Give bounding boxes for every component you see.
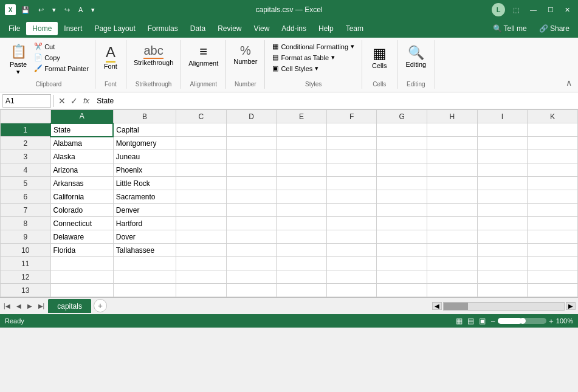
prev-sheet-button[interactable]: ◀ — [14, 301, 24, 311]
undo-dropdown[interactable]: ▾ — [49, 5, 59, 15]
fx-button[interactable]: fx — [81, 96, 92, 105]
menu-file[interactable]: File — [2, 22, 26, 35]
cell-E6[interactable] — [277, 190, 327, 204]
col-header-E[interactable]: E — [277, 110, 327, 123]
cell-C13[interactable] — [176, 284, 227, 297]
row-number-10[interactable]: 10 — [1, 244, 51, 257]
cell-E1[interactable] — [277, 123, 327, 137]
close-button[interactable]: ✕ — [562, 5, 573, 15]
font-color-button[interactable]: A — [75, 5, 86, 15]
formula-cancel-button[interactable]: ✕ — [57, 96, 67, 106]
cell-B1[interactable]: Capital — [113, 123, 176, 137]
share-button[interactable]: 🔗 Share — [533, 22, 576, 35]
cell-F7[interactable] — [326, 204, 377, 217]
col-header-K[interactable]: K — [528, 110, 578, 123]
row-number-11[interactable]: 11 — [1, 257, 51, 270]
undo-button[interactable]: ↩ — [35, 5, 47, 15]
cell-C11[interactable] — [176, 257, 227, 270]
row-number-6[interactable]: 6 — [1, 190, 51, 204]
scroll-right-button[interactable]: ▶ — [566, 302, 576, 310]
cell-I3[interactable] — [477, 150, 528, 163]
menu-help[interactable]: Help — [312, 22, 340, 35]
cell-K6[interactable] — [528, 190, 578, 204]
cell-E8[interactable] — [277, 217, 327, 230]
formula-confirm-button[interactable]: ✓ — [69, 96, 80, 106]
cell-D7[interactable] — [226, 204, 277, 217]
cell-K4[interactable] — [528, 163, 578, 177]
format-as-table-button[interactable]: ▤ Format as Table ▾ — [269, 52, 358, 63]
row-number-5[interactable]: 5 — [1, 177, 51, 190]
menu-view[interactable]: View — [248, 22, 276, 35]
first-sheet-button[interactable]: |◀ — [1, 301, 13, 311]
cell-A5[interactable]: Arkansas — [50, 177, 113, 190]
cell-F11[interactable] — [326, 257, 377, 270]
menu-data[interactable]: Data — [184, 22, 212, 35]
tell-me-button[interactable]: 🔍 Tell me — [487, 22, 533, 35]
cell-F10[interactable] — [326, 244, 377, 257]
page-break-view-button[interactable]: ▣ — [479, 317, 486, 325]
row-number-12[interactable]: 12 — [1, 270, 51, 284]
cell-H11[interactable] — [427, 257, 478, 270]
cell-C3[interactable] — [176, 150, 227, 163]
paste-button[interactable]: 📋 Paste ▾ — [6, 41, 30, 78]
sheet-tab-capitals[interactable]: capitals — [48, 299, 91, 313]
cell-K12[interactable] — [528, 270, 578, 284]
menu-page-layout[interactable]: Page Layout — [88, 22, 141, 35]
customize-qat[interactable]: ▾ — [88, 5, 98, 15]
col-header-A[interactable]: A — [50, 110, 113, 123]
cell-E3[interactable] — [277, 150, 327, 163]
cell-C6[interactable] — [176, 190, 227, 204]
cell-K10[interactable] — [528, 244, 578, 257]
zoom-slider[interactable] — [498, 318, 546, 324]
cell-styles-dropdown[interactable]: ▾ — [315, 64, 318, 72]
cell-F2[interactable] — [326, 137, 377, 150]
cell-D11[interactable] — [226, 257, 277, 270]
cell-K9[interactable] — [528, 230, 578, 244]
row-number-2[interactable]: 2 — [1, 137, 51, 150]
cells-button[interactable]: ▦ Cells — [366, 41, 393, 73]
cell-F9[interactable] — [326, 230, 377, 244]
cell-K13[interactable] — [528, 284, 578, 297]
row-number-4[interactable]: 4 — [1, 163, 51, 177]
cell-I2[interactable] — [477, 137, 528, 150]
cell-E12[interactable] — [277, 270, 327, 284]
cell-B2[interactable]: Montgomery — [113, 137, 176, 150]
cell-H7[interactable] — [427, 204, 478, 217]
cell-G3[interactable] — [377, 150, 427, 163]
cell-B3[interactable]: Juneau — [113, 150, 176, 163]
cell-G7[interactable] — [377, 204, 427, 217]
cut-button[interactable]: ✂️ Cut — [32, 41, 91, 52]
cell-B9[interactable]: Dover — [113, 230, 176, 244]
cell-styles-button[interactable]: ▣ Cell Styles ▾ — [269, 63, 358, 74]
cell-E10[interactable] — [277, 244, 327, 257]
cell-A3[interactable]: Alaska — [50, 150, 113, 163]
cell-I10[interactable] — [477, 244, 528, 257]
scroll-left-button[interactable]: ◀ — [432, 302, 442, 310]
cell-I11[interactable] — [477, 257, 528, 270]
strikethrough-button[interactable]: abc Strikethrough — [130, 41, 177, 69]
cell-G13[interactable] — [377, 284, 427, 297]
cell-K3[interactable] — [528, 150, 578, 163]
paste-dropdown[interactable]: ▾ — [16, 68, 20, 76]
zoom-out-button[interactable]: − — [490, 317, 495, 326]
cell-C4[interactable] — [176, 163, 227, 177]
cell-D4[interactable] — [226, 163, 277, 177]
cell-D6[interactable] — [226, 190, 277, 204]
cell-I12[interactable] — [477, 270, 528, 284]
cell-I9[interactable] — [477, 230, 528, 244]
copy-button[interactable]: 📄 Copy — [32, 52, 91, 63]
cell-B13[interactable] — [113, 284, 176, 297]
cell-A11[interactable] — [50, 257, 113, 270]
page-layout-view-button[interactable]: ▤ — [467, 317, 474, 325]
cell-H8[interactable] — [427, 217, 478, 230]
cell-F6[interactable] — [326, 190, 377, 204]
cell-F1[interactable] — [326, 123, 377, 137]
cell-F5[interactable] — [326, 177, 377, 190]
cell-A2[interactable]: Alabama — [50, 137, 113, 150]
conditional-formatting-button[interactable]: ▦ Conditional Formatting ▾ — [269, 41, 358, 52]
cell-C1[interactable] — [176, 123, 227, 137]
normal-view-button[interactable]: ▦ — [456, 317, 463, 325]
cell-G8[interactable] — [377, 217, 427, 230]
cell-G12[interactable] — [377, 270, 427, 284]
cell-F4[interactable] — [326, 163, 377, 177]
